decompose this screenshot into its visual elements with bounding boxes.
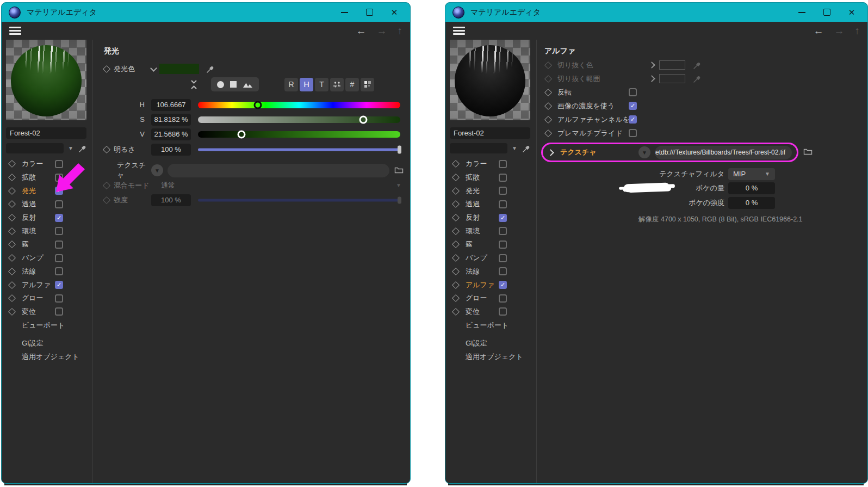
channel-label[interactable]: 反射 bbox=[466, 213, 499, 223]
minimize-button[interactable] bbox=[332, 3, 357, 22]
channel-row[interactable]: カラー bbox=[449, 157, 536, 171]
chevron-right-icon[interactable] bbox=[648, 75, 655, 82]
channel-checkbox[interactable] bbox=[55, 294, 63, 303]
channel-checkbox[interactable] bbox=[55, 227, 63, 235]
channel-checkbox[interactable] bbox=[499, 160, 507, 168]
blur-amount-field[interactable]: 0 % bbox=[728, 182, 775, 194]
channel-checkbox[interactable] bbox=[499, 227, 507, 235]
hue-slider[interactable] bbox=[198, 100, 400, 110]
premultiplied-checkbox[interactable] bbox=[629, 129, 637, 137]
channel-row[interactable]: グロー bbox=[449, 292, 536, 305]
channel-label[interactable]: 透過 bbox=[466, 199, 499, 209]
channel-row[interactable]: 霧 bbox=[449, 238, 536, 251]
folder-icon[interactable] bbox=[394, 167, 404, 174]
preset-field[interactable] bbox=[6, 143, 64, 153]
chevron-down-icon[interactable]: ▼ bbox=[512, 145, 517, 151]
chevron-right-icon[interactable] bbox=[547, 149, 554, 156]
channel-label[interactable]: 反射 bbox=[22, 213, 55, 223]
channel-row[interactable]: バンプ bbox=[5, 251, 92, 265]
channel-row[interactable]: 環境 bbox=[5, 224, 92, 238]
hue-slider-knob[interactable] bbox=[254, 101, 262, 109]
channel-row[interactable]: 透過 bbox=[449, 198, 536, 211]
channel-label[interactable]: 霧 bbox=[22, 239, 55, 249]
texture-dropdown-button[interactable]: ▼ bbox=[638, 146, 650, 158]
channel-checkbox[interactable] bbox=[499, 267, 507, 275]
channel-label[interactable]: 環境 bbox=[22, 226, 55, 236]
strength-slider[interactable] bbox=[198, 195, 400, 205]
maximize-button[interactable] bbox=[357, 3, 382, 22]
channel-label[interactable]: グロー bbox=[22, 293, 55, 303]
mode-button-r[interactable]: R bbox=[284, 78, 298, 91]
sidebar-item-0[interactable]: ビューポート bbox=[5, 318, 92, 332]
forward-icon[interactable]: → bbox=[377, 26, 387, 36]
channel-row[interactable]: バンプ bbox=[449, 251, 536, 265]
chevron-down-icon[interactable] bbox=[150, 65, 157, 72]
channel-checkbox[interactable] bbox=[55, 307, 63, 316]
sidebar-item-1[interactable]: GI設定 bbox=[449, 337, 536, 350]
channel-checkbox[interactable] bbox=[499, 174, 507, 182]
forward-icon[interactable]: → bbox=[834, 26, 845, 36]
maximize-button[interactable] bbox=[814, 3, 839, 22]
channel-checkbox[interactable] bbox=[499, 187, 507, 195]
close-button[interactable]: ✕ bbox=[382, 3, 407, 22]
channel-label[interactable]: アルファ bbox=[22, 280, 55, 290]
square-shape-icon[interactable] bbox=[230, 81, 237, 88]
channel-checkbox[interactable] bbox=[55, 254, 63, 262]
channel-row[interactable]: 法線 bbox=[449, 265, 536, 279]
channel-row[interactable]: 変位 bbox=[449, 305, 536, 319]
mode-button-t[interactable]: T bbox=[315, 78, 328, 91]
up-icon[interactable]: ↑ bbox=[855, 26, 860, 36]
channel-label[interactable]: カラー bbox=[466, 159, 499, 169]
channel-row[interactable]: グロー bbox=[5, 292, 92, 305]
sidebar-item-2[interactable]: 適用オブジェクト bbox=[5, 350, 92, 364]
texture-filter-dropdown[interactable]: MIP ▼ bbox=[728, 168, 775, 180]
channel-label[interactable]: 透過 bbox=[22, 199, 55, 209]
channel-checkbox[interactable] bbox=[499, 241, 507, 249]
channel-label[interactable]: 発光 bbox=[466, 186, 499, 196]
channel-label[interactable]: グロー bbox=[466, 293, 499, 303]
channel-row[interactable]: 法線 bbox=[5, 265, 92, 279]
close-button[interactable]: ✕ bbox=[839, 3, 864, 22]
channel-checkbox[interactable] bbox=[55, 214, 63, 222]
texture-path-field[interactable]: assetdb:///Textures/Billboards/Trees/For… bbox=[655, 146, 792, 159]
preset-field[interactable] bbox=[450, 143, 507, 153]
blur-strength-field[interactable]: 0 % bbox=[728, 197, 775, 209]
channel-checkbox[interactable] bbox=[55, 241, 63, 249]
channel-checkbox[interactable] bbox=[499, 294, 507, 303]
folder-icon[interactable] bbox=[803, 148, 813, 156]
collapse-toggle-icon[interactable] bbox=[190, 79, 198, 90]
chevron-right-icon[interactable] bbox=[648, 61, 655, 69]
mix-mode-value[interactable]: 通常 bbox=[161, 181, 175, 190]
saturation-slider[interactable] bbox=[198, 115, 400, 125]
saturation-slider-knob[interactable] bbox=[359, 115, 368, 124]
texture-dropdown-button[interactable]: ▼ bbox=[151, 164, 163, 176]
sidebar-item-0[interactable]: ビューポート bbox=[449, 318, 536, 332]
mode-button-h[interactable]: H bbox=[300, 78, 313, 91]
channel-label[interactable]: バンプ bbox=[466, 253, 499, 263]
channel-checkbox[interactable] bbox=[499, 307, 507, 316]
texture-path-field[interactable] bbox=[168, 164, 389, 177]
value-slider[interactable] bbox=[198, 130, 400, 139]
channel-label[interactable]: 変位 bbox=[22, 307, 55, 317]
channel-row[interactable]: 反射 bbox=[5, 211, 92, 225]
brightness-value-field[interactable]: 100 % bbox=[151, 144, 191, 156]
channel-label[interactable]: 法線 bbox=[466, 267, 499, 276]
strength-value-field[interactable]: 100 % bbox=[151, 194, 191, 206]
channel-row[interactable]: 反射 bbox=[449, 211, 536, 225]
eyedropper-icon[interactable] bbox=[78, 144, 87, 153]
titlebar[interactable]: マテリアルエディタ ✕ bbox=[2, 3, 410, 22]
channel-row[interactable]: 透過 bbox=[5, 198, 92, 211]
channel-label[interactable]: カラー bbox=[22, 159, 55, 169]
channel-row[interactable]: 霧 bbox=[5, 238, 92, 251]
titlebar[interactable]: マテリアルエディタ ✕ bbox=[445, 3, 867, 22]
eyedropper-icon[interactable] bbox=[522, 144, 531, 153]
channel-label[interactable]: 発光 bbox=[22, 186, 55, 196]
menu-icon[interactable] bbox=[453, 27, 465, 35]
channel-row[interactable]: アルファ bbox=[5, 278, 92, 292]
channel-row[interactable]: 発光 bbox=[449, 184, 536, 198]
channel-checkbox[interactable] bbox=[499, 200, 507, 208]
back-icon[interactable]: ← bbox=[356, 26, 367, 36]
channel-label[interactable]: アルファ bbox=[466, 280, 499, 290]
channel-label[interactable]: 環境 bbox=[466, 226, 499, 236]
material-name-field[interactable]: Forest-02 bbox=[450, 127, 530, 139]
